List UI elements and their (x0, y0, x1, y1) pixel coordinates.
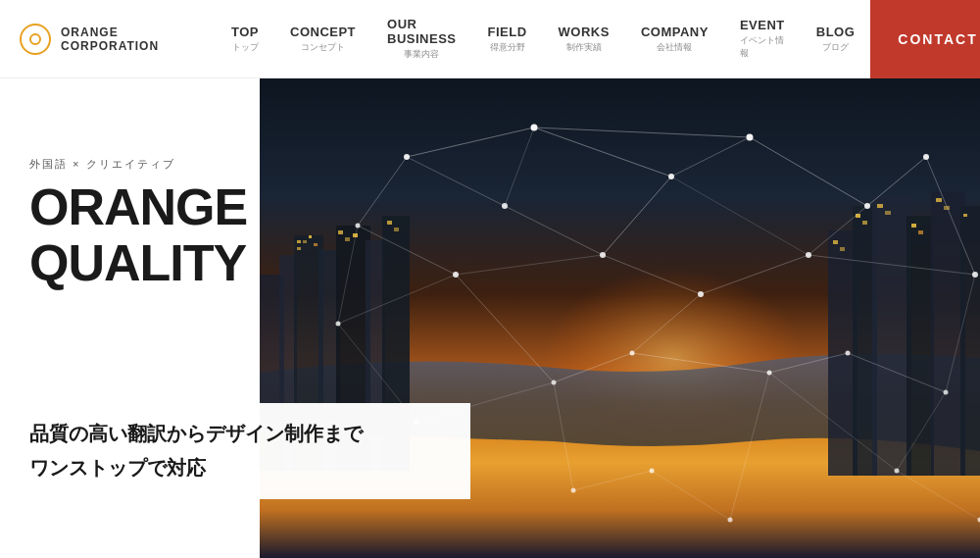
nav-company[interactable]: COMPANY 会社情報 (625, 25, 724, 54)
svg-rect-21 (345, 237, 350, 241)
svg-rect-20 (338, 230, 343, 234)
main-nav: TOP トップ CONCEPT コンセプト OUR BUSINESS 事業内容 … (216, 17, 870, 61)
svg-rect-25 (833, 240, 838, 244)
svg-rect-26 (840, 247, 845, 251)
logo-area: ORANGE CORPORATION (20, 24, 216, 55)
svg-rect-11 (872, 196, 911, 476)
svg-rect-35 (963, 214, 967, 217)
logo-text: ORANGE CORPORATION (61, 25, 216, 53)
nav-our-business[interactable]: OUR BUSINESS 事業内容 (371, 17, 471, 61)
hero-tagline-1: 品質の高い翻訳からデザイン制作まで (29, 421, 441, 447)
svg-rect-28 (862, 221, 867, 225)
svg-rect-33 (936, 198, 942, 202)
svg-rect-24 (394, 228, 399, 231)
hero-subtitle: 外国語 × クリエイティブ (29, 157, 230, 172)
svg-rect-32 (918, 230, 923, 234)
nav-concept[interactable]: CONCEPT コンセプト (274, 25, 371, 54)
nav-event[interactable]: EVENT イベント情報 (724, 18, 801, 60)
hero-section: 外国語 × クリエイティブ ORANGE QUALITY 品質の高い翻訳からデザ… (0, 78, 980, 558)
svg-rect-17 (297, 247, 301, 250)
nav-works[interactable]: WORKS 制作実績 (543, 25, 625, 54)
hero-title: ORANGE QUALITY (29, 179, 230, 291)
hero-tagline-2: ワンストップで対応 (29, 455, 441, 482)
svg-rect-29 (877, 204, 883, 208)
svg-rect-22 (353, 233, 358, 237)
svg-rect-16 (303, 240, 307, 243)
logo-icon (20, 24, 51, 55)
svg-rect-13 (931, 191, 965, 476)
nav-field[interactable]: FIELD 得意分野 (472, 25, 543, 54)
svg-rect-27 (856, 214, 860, 218)
svg-rect-31 (911, 224, 916, 228)
contact-button[interactable]: CONTACT (870, 0, 980, 78)
svg-rect-12 (906, 216, 934, 476)
hero-bottom-text: 品質の高い翻訳からデザイン制作まで ワンストップで対応 (0, 403, 470, 499)
nav-top[interactable]: TOP トップ (216, 25, 274, 54)
svg-rect-18 (309, 235, 312, 238)
svg-rect-30 (885, 211, 891, 215)
svg-rect-15 (297, 240, 301, 243)
nav-blog[interactable]: BLOG ブログ (801, 25, 871, 54)
header: ORANGE CORPORATION TOP トップ CONCEPT コンセプト… (0, 0, 980, 78)
svg-rect-19 (314, 243, 318, 246)
svg-rect-23 (387, 221, 392, 225)
logo-inner (29, 33, 41, 45)
